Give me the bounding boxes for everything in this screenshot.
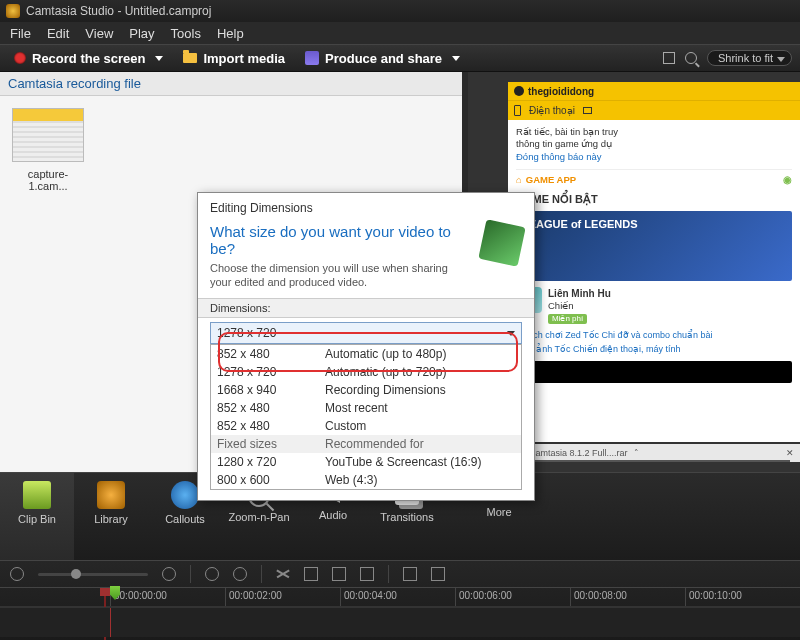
tab-label: Transitions	[370, 511, 444, 523]
dimension-size: 852 x 480	[217, 347, 325, 361]
undo-icon[interactable]	[205, 567, 219, 581]
time-label: 00:00:02:00	[225, 588, 340, 606]
dimension-option[interactable]: 1668 x 940Recording Dimensions	[211, 381, 521, 399]
site-logo-icon	[514, 86, 524, 96]
combo-value: 1278 x 720	[217, 326, 276, 340]
thumbnail-caption: capture-1.cam...	[12, 168, 84, 192]
dimension-size: 1668 x 940	[217, 383, 325, 397]
timeline-toolbar	[0, 561, 800, 587]
dimension-desc: Recommended for	[325, 437, 515, 451]
zoom-out-icon[interactable]	[10, 567, 24, 581]
menu-play[interactable]: Play	[129, 26, 154, 41]
clip-thumbnail[interactable]: capture-1.cam...	[12, 108, 84, 192]
dimension-desc: YouTube & Screencast (16:9)	[325, 455, 515, 469]
shrink-label: Shrink to fit	[718, 52, 773, 64]
copy-icon[interactable]	[332, 567, 346, 581]
main-toolbar: Record the screen Import media Produce a…	[0, 44, 800, 72]
tool-icon[interactable]	[403, 567, 417, 581]
dialog-subtitle: Choose the dimension you will use when s…	[210, 261, 472, 290]
dimension-option[interactable]: 852 x 480Custom	[211, 417, 521, 435]
list-item: Cách chơi Zed Tốc Chi đỡ và combo chuẩn …	[516, 330, 792, 341]
time-label: 00:00:08:00	[570, 588, 685, 606]
dimensions-list: 852 x 480Automatic (up to 480p)1278 x 72…	[210, 344, 522, 490]
menubar: File Edit View Play Tools Help	[0, 22, 800, 44]
record-screen-button[interactable]: Record the screen	[8, 49, 169, 68]
dimension-option[interactable]: 1278 x 720Automatic (up to 720p)	[211, 363, 521, 381]
app-sub: Chiến	[548, 300, 611, 312]
zoom-in-icon[interactable]	[162, 567, 176, 581]
menu-file[interactable]: File	[10, 26, 31, 41]
paste-icon[interactable]	[360, 567, 374, 581]
search-icon[interactable]	[685, 52, 697, 64]
callouts-icon	[171, 481, 199, 509]
window-title: Camtasia Studio - Untitled.camproj	[26, 4, 211, 18]
dimension-size: 1280 x 720	[217, 455, 325, 469]
editing-dimensions-dialog: Editing Dimensions What size do you want…	[197, 192, 535, 501]
menu-tools[interactable]: Tools	[171, 26, 201, 41]
section-heading: GAME NỔI BẬT	[516, 192, 792, 206]
chip-icon	[478, 219, 525, 266]
dimension-desc: Recording Dimensions	[325, 383, 515, 397]
phone-icon	[514, 105, 521, 116]
import-label: Import media	[203, 51, 285, 66]
dimension-size: Fixed sizes	[217, 437, 325, 451]
dimension-option[interactable]: 1280 x 720YouTube & Screencast (16:9)	[211, 453, 521, 471]
thumbnail-image	[12, 108, 84, 162]
library-icon	[97, 481, 125, 509]
dropdown-icon	[452, 56, 460, 61]
dimension-desc: Web (4:3)	[325, 473, 515, 487]
site-link: Đóng thông báo này	[516, 151, 792, 163]
tab-label: Clip Bin	[0, 513, 74, 525]
menu-view[interactable]: View	[85, 26, 113, 41]
hero-banner: LEAGUE of LEGENDS	[516, 211, 792, 281]
dimension-desc: Custom	[325, 419, 515, 433]
dropdown-icon	[155, 56, 163, 61]
laptop-icon	[583, 107, 592, 114]
free-badge: Miễn phí	[548, 314, 587, 324]
site-text: thông tin game ứng dụ	[516, 138, 792, 150]
dimension-option[interactable]: 852 x 480Most recent	[211, 399, 521, 417]
bottom-banner	[516, 361, 792, 383]
shrink-to-fit-dropdown[interactable]: Shrink to fit	[707, 50, 792, 66]
tab-label: Library	[74, 513, 148, 525]
dimension-option[interactable]: 800 x 600Web (4:3)	[211, 471, 521, 489]
tool-icon[interactable]	[431, 567, 445, 581]
dimension-option[interactable]: 852 x 480Automatic (up to 480p)	[211, 345, 521, 363]
tab-library[interactable]: Library	[74, 473, 148, 560]
dimension-size: 852 x 480	[217, 401, 325, 415]
tab-clip-bin[interactable]: Clip Bin	[0, 473, 74, 560]
timeline-track[interactable]	[0, 607, 800, 637]
list-header: Fixed sizesRecommended for	[211, 435, 521, 453]
time-label: 00:00:04:00	[340, 588, 455, 606]
dimensions-label: Dimensions:	[198, 298, 534, 318]
slider-knob[interactable]	[71, 569, 81, 579]
dimension-desc: Automatic (up to 480p)	[325, 347, 515, 361]
timeline-ruler[interactable]: 00:00:00:00 00:00:02:00 00:00:04:00 00:0…	[0, 587, 800, 607]
cut-icon[interactable]	[276, 567, 290, 581]
dialog-title: Editing Dimensions	[198, 193, 534, 219]
video-preview: thegioididong Điện thoại Rất tiếc, bài t…	[508, 82, 800, 442]
menu-edit[interactable]: Edit	[47, 26, 69, 41]
dialog-question: What size do you want your video to be?	[210, 223, 472, 257]
time-label: 00:00:00:00	[110, 588, 225, 606]
import-media-button[interactable]: Import media	[177, 49, 291, 68]
redo-icon[interactable]	[233, 567, 247, 581]
produce-label: Produce and share	[325, 51, 442, 66]
menu-help[interactable]: Help	[217, 26, 244, 41]
timeline: 00:00:00:00 00:00:02:00 00:00:04:00 00:0…	[0, 560, 800, 640]
zoom-slider[interactable]	[38, 573, 148, 576]
dimension-desc: Automatic (up to 720p)	[325, 365, 515, 379]
clip-bin-icon	[23, 481, 51, 509]
dimensions-combobox[interactable]: 1278 x 720	[210, 322, 522, 344]
time-label: 00:00:06:00	[455, 588, 570, 606]
playhead-line	[110, 608, 111, 637]
dimension-size: 800 x 600	[217, 473, 325, 487]
produce-share-button[interactable]: Produce and share	[299, 49, 466, 68]
home-icon: ⌂	[516, 174, 522, 186]
dimension-size: 1278 x 720	[217, 365, 325, 379]
split-icon[interactable]	[304, 567, 318, 581]
fullscreen-icon[interactable]	[663, 52, 675, 64]
share-icon	[305, 51, 319, 65]
app-logo-icon	[6, 4, 20, 18]
tab-label: Callouts	[148, 513, 222, 525]
